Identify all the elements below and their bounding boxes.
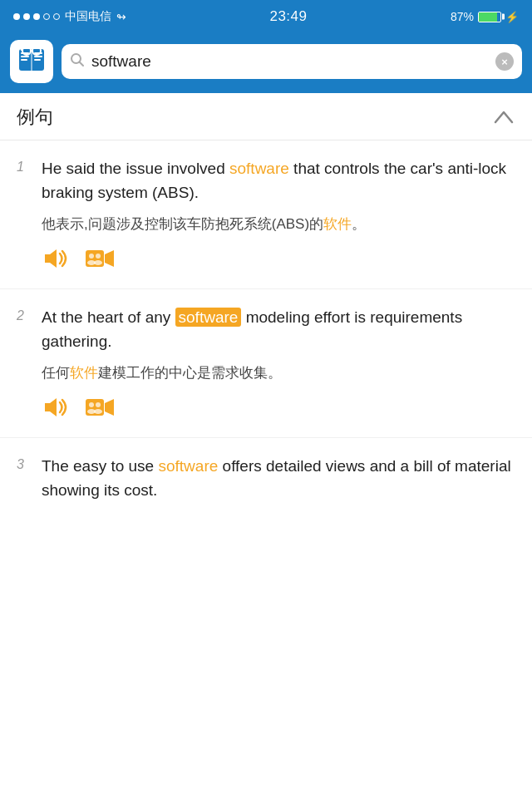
search-bar[interactable]: software × [62, 44, 522, 79]
status-bar: 中国电信 ↬ 23:49 87% ⚡ [0, 0, 532, 33]
battery-bar [478, 12, 501, 22]
sentence-content-3: The easy to use software offers detailed… [42, 455, 515, 510]
highlight-cn-1: 软件 [323, 216, 352, 232]
svg-rect-7 [34, 59, 41, 61]
charge-icon: ⚡ [505, 11, 519, 23]
svg-rect-4 [21, 59, 27, 61]
dot-1 [13, 13, 20, 20]
signal-dots [13, 13, 60, 20]
dot-3 [33, 13, 40, 20]
sentence-en-3: The easy to use software offers detailed… [42, 455, 515, 502]
status-left: 中国电信 ↬ [13, 9, 126, 24]
highlight-cn-2: 软件 [70, 365, 98, 381]
sentence-row-3: 3 The easy to use software offers detail… [17, 455, 515, 510]
svg-marker-23 [105, 399, 114, 416]
status-time: 23:49 [269, 8, 307, 25]
sentence-content-2: At the heart of any software modeling ef… [42, 306, 515, 424]
sentence-content-1: He said the issue involved software that… [42, 157, 515, 275]
status-right: 87% ⚡ [451, 10, 519, 23]
speaker-button-2[interactable] [42, 394, 68, 421]
dot-4 [43, 13, 50, 20]
section-header: 例句 [0, 93, 532, 140]
svg-point-20 [94, 260, 102, 265]
sentence-row-1: 1 He said the issue involved software th… [17, 157, 515, 275]
sentence-number-3: 3 [17, 455, 32, 472]
svg-marker-16 [105, 250, 114, 267]
svg-point-17 [89, 254, 94, 259]
sentence-row-2: 2 At the heart of any software modeling … [17, 306, 515, 424]
video-button-1[interactable] [85, 246, 115, 271]
svg-point-26 [96, 402, 101, 407]
speaker-button-1[interactable] [42, 245, 68, 272]
dot-2 [23, 13, 30, 20]
svg-line-13 [80, 62, 84, 66]
svg-rect-6 [34, 56, 42, 57]
battery-indicator [478, 12, 501, 22]
sentence-item: 1 He said the issue involved software th… [0, 140, 532, 289]
video-button-2[interactable] [85, 395, 115, 420]
sentence-number-2: 2 [17, 306, 32, 323]
action-icons-2 [42, 394, 515, 424]
svg-line-11 [21, 49, 22, 51]
sentence-cn-1: 他表示,问题涉及控制该车防抱死系统(ABS)的软件。 [42, 213, 515, 235]
header: software × [0, 33, 532, 93]
svg-marker-14 [45, 249, 57, 268]
battery-tip [502, 14, 505, 20]
logo-icon [16, 44, 47, 80]
sentence-cn-2: 任何软件建模工作的中心是需求收集。 [42, 362, 515, 384]
highlight-software-2: software [175, 308, 242, 327]
sentence-number-1: 1 [17, 157, 32, 175]
sentence-en-1: He said the issue involved software that… [42, 157, 515, 204]
dot-5 [53, 13, 60, 20]
svg-point-27 [94, 409, 102, 414]
section-title: 例句 [17, 105, 53, 130]
search-icon [70, 52, 85, 71]
battery-percent: 87% [451, 10, 474, 23]
collapse-button[interactable] [492, 106, 515, 129]
wifi-icon: ↬ [116, 10, 126, 23]
svg-point-24 [89, 402, 94, 407]
logo-button[interactable] [10, 40, 53, 83]
svg-marker-21 [45, 398, 57, 416]
sentence-item-3: 3 The easy to use software offers detail… [0, 438, 532, 524]
svg-rect-3 [21, 56, 29, 57]
highlight-software-3: software [158, 457, 218, 475]
battery-fill [479, 12, 497, 22]
clear-button[interactable]: × [495, 52, 514, 71]
carrier-text: 中国电信 [65, 9, 111, 24]
search-query[interactable]: software [91, 52, 489, 71]
sentence-item-2: 2 At the heart of any software modeling … [0, 289, 532, 438]
sentence-en-2: At the heart of any software modeling ef… [42, 306, 515, 353]
svg-point-19 [96, 254, 101, 259]
highlight-software-1: software [229, 160, 289, 177]
sentences-list: 1 He said the issue involved software th… [0, 140, 532, 540]
action-icons-1 [42, 245, 515, 275]
